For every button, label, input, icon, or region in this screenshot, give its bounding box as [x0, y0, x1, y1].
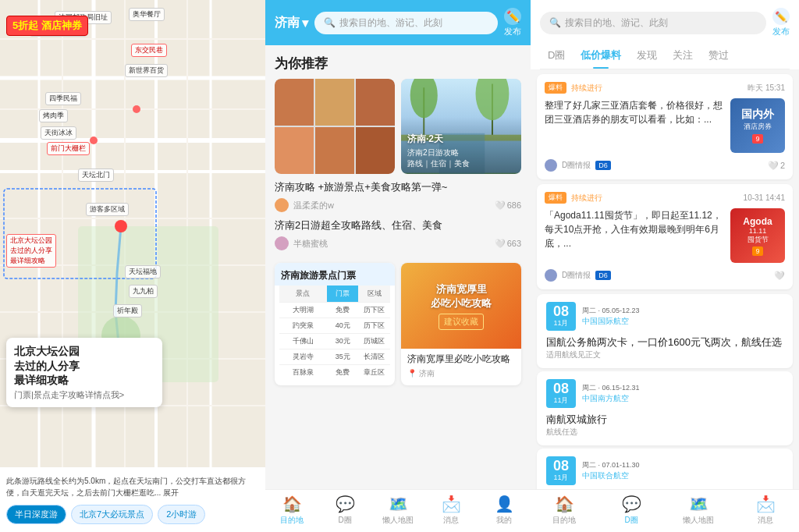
flight-card-2[interactable]: 08 11月 周二 · 06.15-12.31 中国南方航空 南航双城旅行 航线…	[537, 371, 793, 445]
thumb-label: 国内外 酒店房券 9	[730, 98, 785, 153]
tab-cheap-deals[interactable]: 低价爆料	[573, 44, 629, 69]
nav-lazy-map[interactable]: 🗺️ 懒人地图	[371, 490, 424, 532]
flight-card-1[interactable]: 08 11月 周二 · 05.05-12.23 中国国际航空 国航公务舱两次卡，…	[537, 294, 793, 368]
map-tags: 半日深度游 北京7大必玩景点 2小时游	[6, 505, 259, 524]
map-main-label: 北京大坛公园去过的人分享最详细攻略	[6, 234, 56, 268]
heart-icon-2: 🤍	[495, 239, 506, 249]
publish-button[interactable]: ✏️ 发布	[504, 8, 521, 37]
card-info-1[interactable]: 济南攻略 +旅游景点+美食攻略第一弹~ 温柔柔的w 🤍 686	[275, 180, 521, 212]
mid-search-bar[interactable]: 🔍 搜索目的地、游记、此刻	[314, 12, 498, 34]
card-meta-1: 温柔柔的w 🤍 686	[275, 198, 521, 212]
nav-messages[interactable]: 📩 消息	[424, 490, 478, 532]
card-author-1: 温柔柔的w	[293, 200, 334, 211]
flight-title-2: 南航双城旅行	[546, 413, 783, 427]
tab-discover[interactable]: 发现	[629, 44, 665, 69]
pin-label: 天坛福地	[125, 265, 161, 278]
food-collage[interactable]	[275, 79, 395, 174]
home-icon: 🏠	[282, 495, 302, 513]
nav-destination[interactable]: 🏠 目的地	[265, 490, 318, 532]
snack-card-body: 济南宽厚里必吃小吃攻略 📍 济南	[401, 349, 521, 385]
map-info-card[interactable]: 北京大坛公园去过的人分享最详细攻略 门票|景点走字攻略详情点我>	[6, 338, 162, 407]
nav-dcircle[interactable]: 💬 D圈	[318, 490, 371, 532]
right-search-bar[interactable]: 🔍 搜索目的地、游记、此刻	[540, 12, 766, 34]
search-icon: 🔍	[549, 17, 561, 28]
feed-author-2: D圈情报	[562, 270, 591, 281]
card-row-2: 济南2日游超全攻略路线、住宿、美食 半糖蜜桃 🤍 663	[265, 212, 531, 250]
card-avatar-2	[275, 236, 289, 250]
pin-label: 前门大栅栏	[47, 142, 90, 155]
tab-liked[interactable]: 赞过	[701, 44, 737, 69]
card-info-2[interactable]: 济南2日游超全攻略路线、住宿、美食 半糖蜜桃 🤍 663	[275, 218, 521, 250]
snack-guide-card[interactable]: 济南宽厚里必吃小吃攻略 建议收藏 济南宽厚里必吃小吃攻略 📍 济南	[401, 263, 521, 385]
feed-card-1-header: 爆料 持续进行 昨天 15:31	[545, 82, 785, 94]
search-icon: 🔍	[324, 17, 336, 28]
tag-half-day[interactable]: 半日深度游	[6, 505, 66, 524]
ticket-table-card[interactable]: 济南旅游景点门票 景点 门票 区域 大明湖 免费 历下区 趵突泉	[275, 263, 395, 385]
scenery-label: 济南·2天	[407, 133, 515, 146]
thumb-agoda: Agoda 11.11 囤货节 9	[730, 208, 785, 263]
feed-footer-1: D圈情报 D6 🤍 2	[545, 159, 785, 172]
feed-badge-2: 爆料	[545, 192, 566, 204]
right-header: 🔍 搜索目的地、游记、此刻 ✏️ 发布 D圈 低价爆料 发现 关注 赞过	[531, 0, 799, 69]
card-avatar-1	[275, 198, 289, 212]
snack-title-overlay: 济南宽厚里必吃小吃攻略	[431, 282, 492, 310]
flight-sub-1: 适用航线见正文	[546, 349, 783, 360]
map-bottom-bar: 此条游玩路线全长约为5.0km，起点在天坛南门，公交打车直达都很方便，白天逛完天…	[0, 467, 265, 532]
right-content[interactable]: 爆料 持续进行 昨天 15:31 整理了好几家三亚酒店套餐，价格很好，想团三亚酒…	[531, 69, 799, 489]
right-nav-destination[interactable]: 🏠 目的地	[531, 490, 598, 532]
feed-card-2[interactable]: 爆料 持续进行 10-31 14:41 「Agoda11.11囤货节」，即日起至…	[537, 184, 793, 289]
city-selector[interactable]: 济南 ▾	[275, 15, 308, 31]
right-nav-dcircle[interactable]: 💬 D圈	[598, 490, 665, 532]
feed-body-2: 「Agoda11.11囤货节」，即日起至11.12，每天10点开抢，入住有效期最…	[545, 208, 785, 263]
feed-avatar-1	[545, 159, 557, 172]
flight-card-2-header: 08 11月 周二 · 06.15-12.31 中国南方航空	[546, 379, 783, 408]
table-row: 趵突泉 40元 历下区	[279, 317, 390, 333]
tag-seven-spots[interactable]: 北京7大必玩景点	[71, 505, 153, 524]
feed-text-1: 整理了好几家三亚酒店套餐，价格很好，想团三亚酒店券的朋友可以看看，比如：...	[545, 98, 724, 153]
feed-like-2[interactable]: 🤍	[774, 271, 785, 281]
pin-label: 烤肉季	[39, 109, 68, 122]
mid-scroll-content[interactable]: 为你推荐	[265, 45, 531, 489]
feed-time-1: 昨天 15:31	[748, 83, 785, 94]
table-row: 千佛山 30元 历城区	[279, 333, 390, 349]
flight-date-1: 08 11月	[546, 302, 576, 331]
right-message-icon: 📩	[756, 495, 776, 513]
tab-follow[interactable]: 关注	[665, 44, 701, 69]
feed-card-1[interactable]: 爆料 持续进行 昨天 15:31 整理了好几家三亚酒店套餐，价格很好，想团三亚酒…	[537, 74, 793, 179]
feed-card-2-header: 爆料 持续进行 10-31 14:41	[545, 192, 785, 204]
right-nav-lazy-map[interactable]: 🗺️ 懒人地图	[665, 490, 732, 532]
card-author-2: 半糖蜜桃	[293, 238, 328, 250]
flight-info-3: 周二 · 07.01-11.30 中国联合航空	[582, 460, 783, 481]
scenery-card[interactable]: 济南·2天 济南2日游攻略路线｜住宿｜美食	[401, 79, 521, 174]
flight-info-2: 周二 · 06.15-12.31 中国南方航空	[582, 383, 783, 404]
publish-icon: ✏️	[504, 8, 521, 25]
tag-two-hours[interactable]: 2小时游	[158, 505, 205, 524]
pin-label: 天街冰冰	[41, 126, 76, 140]
table-row: 大明湖 免费 历下区	[279, 302, 390, 317]
tab-dcircle[interactable]: D圈	[540, 44, 573, 69]
food-cell-1	[275, 79, 314, 126]
feed-footer-2: D圈情报 D6 🤍	[545, 269, 785, 282]
feed-avatar-2	[545, 269, 557, 282]
flight-card-3[interactable]: 08 11月 周二 · 07.01-11.30 中国联合航空 198元飞返，出行…	[537, 449, 793, 489]
pin-label: 祈年殿	[113, 304, 142, 317]
feed-badge-sub-1: 持续进行	[571, 83, 602, 94]
card-title-1: 济南攻略 +旅游景点+美食攻略第一弹~	[275, 180, 521, 194]
snack-card-sub: 📍 济南	[407, 368, 515, 379]
bottom-cards: 济南旅游景点门票 景点 门票 区域 大明湖 免费 历下区 趵突泉	[265, 257, 531, 392]
th-area: 区域	[358, 286, 390, 302]
flight-card-1-header: 08 11月 周二 · 05.05-12.23 中国国际航空	[546, 302, 783, 331]
recommend-grid: 济南·2天 济南2日游攻略路线｜住宿｜美食	[265, 79, 531, 174]
source-badge-2: D6	[595, 271, 611, 280]
pin-label: 新世界百货	[125, 64, 168, 77]
feed-like-1[interactable]: 🤍 2	[768, 161, 785, 171]
nav-profile[interactable]: 👤 我的	[478, 490, 531, 532]
profile-icon: 👤	[495, 495, 514, 513]
message-icon: 📩	[442, 495, 461, 513]
right-nav-messages[interactable]: 📩 消息	[732, 490, 799, 532]
right-publish-button[interactable]: ✏️ 发布	[772, 8, 790, 37]
feed-thumb-1: 国内外 酒店房券 9	[730, 98, 785, 153]
hotel-badge[interactable]: 5折起 酒店神券	[6, 16, 88, 36]
ticket-table: 景点 门票 区域 大明湖 免费 历下区 趵突泉 40元 历下区	[275, 286, 395, 385]
food-cell-3	[356, 79, 395, 126]
